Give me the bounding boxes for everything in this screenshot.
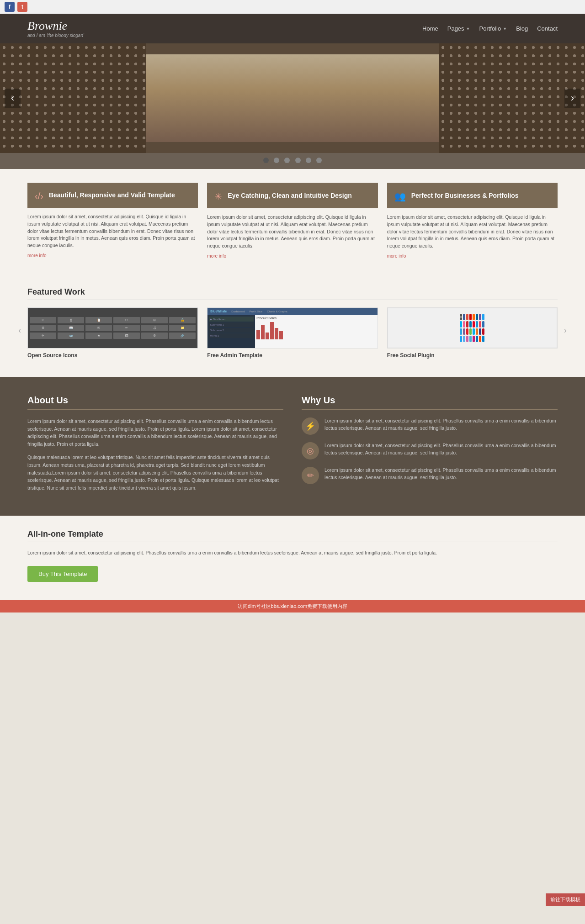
work-grid: ‹ ✈ 🗑 📋 ✂ ⊞ 🔒 ⚙ 📖 ✉ ✏ 🖨 📁 ✈ [27,307,558,359]
people-icon: 👥 [394,191,406,202]
slider-dot-4[interactable] [295,158,301,163]
why-title: Why Us [302,395,558,410]
feature-3-body: Lorem ipsum dolor sit amet, consectetur … [387,208,558,264]
slider-dot-2[interactable] [274,158,279,163]
work-thumb-2: BlueWhale Dashboard Profit Slice Charts … [207,307,378,348]
why-item-3: ✏ Lorem ipsum dolor sit amet, consectetu… [302,467,558,484]
watermark-bar: 访问dlm号社区bbs.xlenlao.com免费下载使用内容 [0,600,585,612]
slider-dots [0,153,585,169]
slider-prev-button[interactable]: ‹ [5,89,21,108]
feature-1-more[interactable]: more info [27,253,47,258]
feature-2-more[interactable]: more info [207,253,226,259]
work-label-3: Free Social Plugin [387,352,558,359]
nav-pages[interactable]: Pages ▼ [447,25,470,32]
main-nav: Home Pages ▼ Portfolio ▼ Blog Contact [422,25,558,32]
watermark-text: 访问dlm号社区bbs.xlenlao.com免费下载使用内容 [238,603,347,609]
feature-1-title: Beautiful, Responsive and Valid Template [49,191,175,199]
about-section: About Us Lorem ipsum dolor sit amet, con… [0,377,585,516]
slider-dot-5[interactable] [306,158,311,163]
about-grid: About Us Lorem ipsum dolor sit amet, con… [27,395,558,497]
feature-2-header: ✳ Eye Catching, Clean and Intuitive Desi… [207,183,378,208]
feature-1-body: Lorem ipsum dolor sit amet, consectetur … [27,208,198,264]
twitter-icon[interactable]: t [17,2,27,12]
header: Brownie and I am 'the bloody slogan' Hom… [0,14,585,43]
about-title: About Us [27,395,283,410]
work-item-1[interactable]: ✈ 🗑 📋 ✂ ⊞ 🔒 ⚙ 📖 ✉ ✏ 🖨 📁 ✈ 🚌 ★ 🖼 [27,307,198,359]
feature-1-text: Lorem ipsum dolor sit amet, consectetur … [27,213,198,249]
feature-2-body: Lorem ipsum dolor sit amet, consectetur … [207,208,378,264]
feature-3: 👥 Perfect for Businesses & Portfolios Lo… [387,183,558,264]
hero-slider: ‹ › [0,43,585,169]
slider-dot-3[interactable] [284,158,290,163]
portfolio-arrow-icon: ▼ [503,26,507,31]
why-text-2: Lorem ipsum dolor sit amet, consectetur … [324,442,558,457]
slider-right-pattern [439,43,585,153]
about-text-1: Lorem ipsum dolor sit amet, consectetur … [27,417,283,448]
work-thumb-1: ✈ 🗑 📋 ✂ ⊞ 🔒 ⚙ 📖 ✉ ✏ 🖨 📁 ✈ 🚌 ★ 🖼 [27,307,198,348]
feature-3-text: Lorem ipsum dolor sit amet, consectetur … [387,214,558,250]
feature-2: ✳ Eye Catching, Clean and Intuitive Desi… [207,183,378,264]
feature-2-title: Eye Catching, Clean and Intuitive Design [228,191,352,200]
nav-home[interactable]: Home [422,25,438,32]
brand-title: Brownie [27,19,84,33]
facebook-icon[interactable]: f [5,2,15,12]
about-us-col: About Us Lorem ipsum dolor sit amet, con… [27,395,283,497]
feature-1: ‹/› Beautiful, Responsive and Valid Temp… [27,183,198,264]
allinone-text: Lorem ipsum dolor sit amet, consectetur … [27,549,558,557]
pencil-icon: ✏ [302,467,319,484]
code-icon: ‹/› [35,191,43,201]
target-icon: ◎ [302,442,319,459]
feature-3-more[interactable]: more info [387,253,406,259]
work-item-2[interactable]: BlueWhale Dashboard Profit Slice Charts … [207,307,378,359]
features-grid: ‹/› Beautiful, Responsive and Valid Temp… [27,183,558,264]
nav-contact[interactable]: Contact [537,25,558,32]
work-thumb-3: ∞ [387,307,558,348]
top-bar: f t [0,0,585,14]
feature-1-header: ‹/› Beautiful, Responsive and Valid Temp… [27,183,198,208]
slider-image [0,43,585,153]
slider-center-image [146,54,439,142]
brand: Brownie and I am 'the bloody slogan' [27,19,84,38]
buy-button[interactable]: Buy This Template [27,566,98,582]
nav-blog[interactable]: Blog [516,25,528,32]
slider-dot-6[interactable] [316,158,322,163]
slider-left-pattern [0,43,146,153]
nav-portfolio[interactable]: Portfolio ▼ [479,25,507,32]
why-text-1: Lorem ipsum dolor sit amet, consectetur … [324,417,558,432]
feature-3-title: Perfect for Businesses & Portfolios [411,191,519,200]
work-prev-button[interactable]: ‹ [18,326,21,335]
allinone-title: All-in-one Template [27,529,558,542]
work-label-1: Open Source Icons [27,352,198,359]
why-text-3: Lorem ipsum dolor sit amet, consectetur … [324,467,558,481]
about-text-2: Quisque malesuada lorem at leo volutpat … [27,454,283,492]
slider-container: ‹ › [0,43,585,153]
work-label-2: Free Admin Template [207,352,378,359]
brand-slogan: and I am 'the bloody slogan' [27,33,84,38]
slider-dot-1[interactable] [263,158,269,163]
pages-arrow-icon: ▼ [466,26,470,31]
lightning-icon: ⚡ [302,417,319,435]
why-us-col: Why Us ⚡ Lorem ipsum dolor sit amet, con… [302,395,558,497]
slider-next-button[interactable]: › [564,89,580,108]
work-item-3[interactable]: ∞ [387,307,558,359]
features-section: ‹/› Beautiful, Responsive and Valid Temp… [0,169,585,278]
feature-3-header: 👥 Perfect for Businesses & Portfolios [387,183,558,208]
featured-work-title: Featured Work [27,287,558,300]
why-item-2: ◎ Lorem ipsum dolor sit amet, consectetu… [302,442,558,459]
work-next-button[interactable]: › [564,326,567,335]
why-item-1: ⚡ Lorem ipsum dolor sit amet, consectetu… [302,417,558,435]
allinone-section: All-in-one Template Lorem ipsum dolor si… [0,516,585,600]
feature-2-text: Lorem ipsum dolor sit amet, consectetur … [207,214,378,250]
sun-icon: ✳ [214,191,222,202]
featured-work-section: Featured Work ‹ ✈ 🗑 📋 ✂ ⊞ 🔒 ⚙ 📖 ✉ ✏ 🖨 📁 [0,278,585,377]
